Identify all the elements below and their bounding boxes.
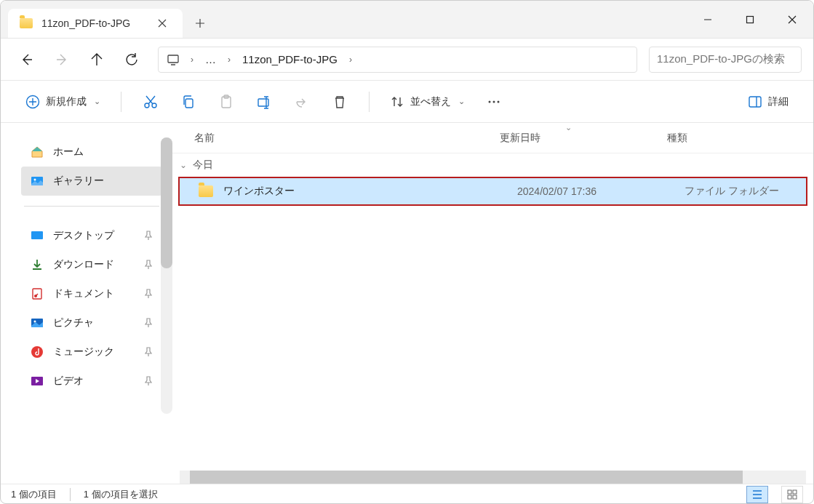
svg-point-9 xyxy=(489,100,491,103)
chevron-down-icon: ⌄ xyxy=(180,160,187,170)
forward-button[interactable] xyxy=(47,45,76,74)
close-button[interactable] xyxy=(771,1,813,38)
scrollbar-thumb[interactable] xyxy=(190,471,743,484)
svg-rect-25 xyxy=(793,495,797,499)
scrollbar-thumb[interactable] xyxy=(161,137,172,268)
paste-button[interactable] xyxy=(210,88,242,116)
music-icon xyxy=(30,345,44,359)
view-details-button[interactable] xyxy=(746,486,768,503)
column-headers: 名前 ⌄ 更新日時 種類 xyxy=(172,123,813,153)
maximize-button[interactable] xyxy=(729,1,771,38)
cut-button[interactable] xyxy=(135,88,167,116)
more-button[interactable] xyxy=(478,88,510,116)
view-large-icons-button[interactable] xyxy=(781,486,803,503)
column-date[interactable]: ⌄ 更新日時 xyxy=(500,132,667,145)
paste-icon xyxy=(219,95,234,109)
sidebar-item-pictures[interactable]: ピクチャ xyxy=(21,308,162,337)
chevron-down-icon: ⌄ xyxy=(565,123,572,132)
sidebar-label: ギャラリー xyxy=(53,175,153,188)
separator xyxy=(121,92,121,112)
document-icon xyxy=(30,287,44,301)
share-button[interactable] xyxy=(286,88,318,116)
sidebar-label: ミュージック xyxy=(53,345,135,359)
sidebar-label: ビデオ xyxy=(53,375,135,388)
svg-point-14 xyxy=(34,179,36,181)
sidebar-label: ピクチャ xyxy=(53,316,135,329)
refresh-button[interactable] xyxy=(117,45,146,74)
chevron-right-icon[interactable]: › xyxy=(186,55,198,65)
titlebar: 11zon_PDF-to-JPG xyxy=(1,1,813,39)
cut-icon xyxy=(143,95,158,109)
toolbar: 新規作成 ⌄ 並べ替え ⌄ 詳細 xyxy=(1,81,813,123)
search-placeholder: 11zon_PDF-to-JPGの検索 xyxy=(657,52,785,66)
details-button[interactable]: 詳細 xyxy=(741,88,796,116)
search-input[interactable]: 11zon_PDF-to-JPGの検索 xyxy=(649,47,802,73)
new-label: 新規作成 xyxy=(46,95,87,108)
sidebar-label: ドキュメント xyxy=(53,287,135,300)
svg-rect-15 xyxy=(31,231,43,239)
svg-rect-16 xyxy=(33,289,41,299)
chevron-right-icon[interactable]: › xyxy=(345,55,356,65)
tab-close-button[interactable] xyxy=(152,13,172,33)
sort-button[interactable]: 並べ替え ⌄ xyxy=(383,88,472,116)
column-name[interactable]: 名前 xyxy=(194,132,500,145)
statusbar: 1 個の項目 1 個の項目を選択 xyxy=(1,484,813,504)
column-type[interactable]: 種類 xyxy=(667,132,813,145)
minimize-icon xyxy=(703,15,712,24)
new-tab-button[interactable] xyxy=(185,9,215,38)
svg-rect-1 xyxy=(168,55,178,63)
sidebar-label: ダウンロード xyxy=(53,258,135,271)
sidebar-item-gallery[interactable]: ギャラリー xyxy=(21,167,162,196)
svg-rect-0 xyxy=(747,16,754,23)
chevron-down-icon: ⌄ xyxy=(94,97,100,106)
separator xyxy=(369,92,370,112)
svg-rect-12 xyxy=(749,97,761,107)
file-name: ワインポスター xyxy=(223,185,517,198)
new-icon xyxy=(25,95,40,109)
sidebar-divider xyxy=(24,206,159,207)
minimize-button[interactable] xyxy=(687,1,729,38)
svg-rect-23 xyxy=(793,490,797,494)
sidebar-item-home[interactable]: ホーム xyxy=(21,137,162,167)
svg-rect-22 xyxy=(788,490,791,494)
sidebar-item-music[interactable]: ミュージック xyxy=(21,337,162,367)
file-row[interactable]: ワインポスター 2024/02/07 17:36 ファイル フォルダー xyxy=(178,177,807,206)
sidebar-item-desktop[interactable]: デスクトップ xyxy=(21,221,162,250)
rename-button[interactable] xyxy=(248,88,280,116)
new-button[interactable]: 新規作成 ⌄ xyxy=(18,88,108,116)
file-type: ファイル フォルダー xyxy=(685,185,806,198)
sidebar-item-downloads[interactable]: ダウンロード xyxy=(21,250,162,279)
details-label: 詳細 xyxy=(768,95,789,108)
close-icon xyxy=(158,19,167,28)
pin-icon xyxy=(143,231,153,241)
main-area: ホーム ギャラリー デスクトップ ダウンロード ド xyxy=(1,123,813,484)
svg-rect-8 xyxy=(258,99,268,106)
chevron-right-icon[interactable]: › xyxy=(223,55,235,65)
breadcrumb-current[interactable]: 11zon_PDF-to-JPG xyxy=(238,50,342,68)
video-icon xyxy=(30,374,44,388)
window-tab[interactable]: 11zon_PDF-to-JPG xyxy=(8,9,183,38)
sidebar-label: デスクトップ xyxy=(53,229,135,242)
window-controls xyxy=(687,1,813,38)
delete-button[interactable] xyxy=(324,88,356,116)
horizontal-scrollbar[interactable] xyxy=(180,471,806,484)
sidebar-scrollbar[interactable] xyxy=(161,137,172,414)
rename-icon xyxy=(257,95,271,109)
back-button[interactable] xyxy=(12,45,41,74)
sidebar-item-documents[interactable]: ドキュメント xyxy=(21,279,162,308)
svg-rect-5 xyxy=(185,99,193,108)
navbar: › … › 11zon_PDF-to-JPG › 11zon_PDF-to-JP… xyxy=(1,39,813,81)
plus-icon xyxy=(195,18,205,28)
status-selected-count: 1 個の項目を選択 xyxy=(84,488,158,501)
trash-icon xyxy=(332,95,347,109)
up-button[interactable] xyxy=(82,45,111,74)
this-pc-button[interactable] xyxy=(163,49,183,70)
close-icon xyxy=(788,15,797,24)
gallery-icon xyxy=(30,174,44,188)
breadcrumb[interactable]: › … › 11zon_PDF-to-JPG › xyxy=(158,47,637,73)
group-header-today[interactable]: ⌄ 今日 xyxy=(172,153,813,177)
download-icon xyxy=(30,257,44,272)
sidebar-item-videos[interactable]: ビデオ xyxy=(21,367,162,396)
copy-button[interactable] xyxy=(172,88,204,116)
breadcrumb-more[interactable]: … xyxy=(201,50,220,68)
